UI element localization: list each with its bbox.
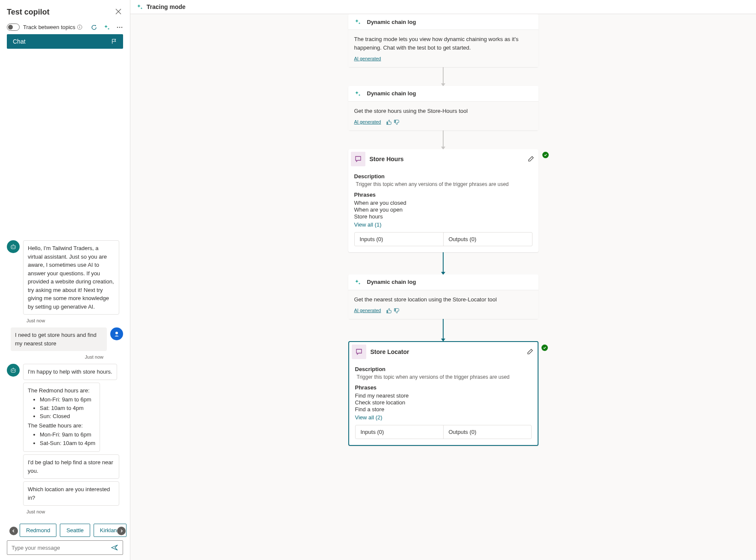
track-toggle[interactable] bbox=[7, 24, 20, 31]
refresh-icon[interactable] bbox=[91, 24, 97, 31]
thumbs-down-icon[interactable] bbox=[394, 308, 400, 314]
chat-input-container bbox=[7, 540, 123, 555]
ai-generated-link[interactable]: AI generated bbox=[354, 118, 381, 126]
phrase-item: Check store location bbox=[355, 399, 532, 406]
more-icon[interactable] bbox=[116, 24, 123, 31]
dynamic-chain-log-card: Dynamic chain log Get the nearest store … bbox=[348, 274, 538, 319]
topic-title: Store Hours bbox=[370, 156, 523, 162]
svg-point-1 bbox=[79, 26, 80, 26]
ai-generated-link[interactable]: AI generated bbox=[354, 55, 381, 62]
connector-arrow bbox=[443, 67, 444, 86]
send-icon[interactable] bbox=[111, 544, 118, 551]
bot-avatar bbox=[7, 240, 20, 253]
description-text: Trigger this topic when any versions of … bbox=[357, 374, 532, 380]
chat-tab[interactable]: Chat bbox=[7, 34, 123, 49]
svg-point-4 bbox=[119, 27, 121, 28]
flag-icon bbox=[111, 38, 117, 44]
card-title: Dynamic chain log bbox=[367, 279, 416, 285]
topic-title: Store Locator bbox=[371, 348, 522, 355]
carousel-prev-icon[interactable] bbox=[9, 527, 18, 535]
canvas-header: Tracing mode bbox=[130, 0, 756, 14]
suggestion-chip[interactable]: Seattle bbox=[60, 524, 90, 537]
chat-body: Hello, I'm Tailwind Traders, a virtual a… bbox=[0, 49, 130, 521]
svg-rect-6 bbox=[11, 245, 15, 249]
success-check-icon bbox=[542, 152, 549, 158]
inputs-cell[interactable]: Inputs (0) bbox=[356, 425, 444, 439]
phrase-item: Find a store bbox=[355, 406, 532, 413]
description-text: Trigger this topic when any versions of … bbox=[356, 181, 532, 187]
carousel-next-icon[interactable] bbox=[117, 527, 126, 535]
svg-point-7 bbox=[12, 247, 13, 248]
timestamp: Just now bbox=[7, 354, 103, 360]
topic-card-store-hours[interactable]: Store Hours Description Trigger this top… bbox=[348, 149, 538, 252]
card-title: Dynamic chain log bbox=[367, 19, 416, 25]
track-label: Track between topics bbox=[23, 24, 82, 30]
connector-arrow bbox=[443, 252, 444, 274]
svg-point-5 bbox=[121, 27, 123, 28]
bot-avatar bbox=[7, 364, 20, 377]
bot-message: Hello, I'm Tailwind Traders, a virtual a… bbox=[23, 240, 119, 315]
suggestions-row: Redmond Seattle Kirkland bbox=[0, 521, 130, 540]
thumbs-up-icon[interactable] bbox=[386, 308, 392, 314]
description-label: Description bbox=[354, 173, 532, 180]
sparkle-icon bbox=[354, 90, 361, 97]
dynamic-chain-log-card: Dynamic chain log Get the store hours us… bbox=[348, 86, 538, 130]
svg-rect-11 bbox=[11, 369, 15, 372]
user-avatar bbox=[110, 327, 123, 340]
edit-icon[interactable] bbox=[527, 348, 533, 355]
io-row: Inputs (0) Outputs (0) bbox=[355, 425, 532, 439]
tracing-canvas: Tracing mode Dynamic chain log The traci… bbox=[130, 0, 756, 560]
svg-point-13 bbox=[14, 370, 15, 371]
message-input[interactable] bbox=[12, 545, 111, 551]
topic-chat-icon bbox=[351, 152, 365, 166]
connector-arrow bbox=[443, 130, 444, 149]
connector-arrow bbox=[443, 319, 444, 341]
svg-point-10 bbox=[115, 332, 118, 334]
svg-point-12 bbox=[12, 370, 13, 371]
view-all-link[interactable]: View all (2) bbox=[355, 414, 532, 421]
card-text: The tracing mode lets you view how dynam… bbox=[354, 35, 532, 52]
phrase-item: Find my nearest store bbox=[355, 392, 532, 399]
inputs-cell[interactable]: Inputs (0) bbox=[355, 233, 444, 246]
test-chat-panel: Test copilot Track between topics Chat H… bbox=[0, 0, 130, 560]
timestamp: Just now bbox=[26, 509, 123, 514]
topic-card-store-locator[interactable]: Store Locator Description Trigger this t… bbox=[348, 341, 538, 446]
dynamic-chain-log-card: Dynamic chain log The tracing mode lets … bbox=[348, 14, 538, 67]
bot-message: The Redmond hours are: Mon-Fri: 9am to 6… bbox=[23, 383, 100, 452]
ai-generated-link[interactable]: AI generated bbox=[354, 307, 381, 314]
view-all-link[interactable]: View all (1) bbox=[354, 221, 532, 228]
panel-title: Test copilot bbox=[7, 8, 50, 17]
phrase-item: When are you open bbox=[354, 206, 532, 213]
phrase-item: When are you closed bbox=[354, 200, 532, 206]
sparkle-icon bbox=[354, 279, 361, 286]
card-title: Dynamic chain log bbox=[367, 90, 416, 97]
user-message: I need to get store hours and find my ne… bbox=[11, 327, 107, 351]
suggestion-chip[interactable]: Redmond bbox=[20, 524, 56, 537]
topic-chat-icon bbox=[352, 345, 366, 359]
io-row: Inputs (0) Outputs (0) bbox=[354, 232, 532, 246]
timestamp: Just now bbox=[26, 318, 123, 323]
success-check-icon bbox=[541, 345, 548, 351]
close-icon[interactable] bbox=[114, 6, 123, 18]
sparkle-icon bbox=[354, 18, 361, 25]
outputs-cell[interactable]: Outputs (0) bbox=[444, 425, 531, 439]
sparkle-icon bbox=[136, 3, 143, 10]
bot-message: Which location are you interested in? bbox=[23, 481, 119, 506]
info-icon bbox=[77, 24, 82, 30]
card-text: Get the nearest store location using the… bbox=[354, 295, 532, 304]
phrase-item: Store hours bbox=[354, 213, 532, 220]
card-text: Get the store hours using the Store-Hour… bbox=[354, 107, 532, 115]
svg-rect-2 bbox=[79, 27, 80, 28]
bot-message: I'd be glad to help find a store near yo… bbox=[23, 454, 119, 479]
outputs-cell[interactable]: Outputs (0) bbox=[444, 233, 532, 246]
edit-icon[interactable] bbox=[527, 156, 534, 162]
thumbs-down-icon[interactable] bbox=[394, 119, 400, 125]
thumbs-up-icon[interactable] bbox=[386, 119, 392, 125]
svg-point-3 bbox=[117, 27, 118, 28]
description-label: Description bbox=[355, 366, 532, 372]
phrases-label: Phrases bbox=[354, 192, 532, 198]
phrases-label: Phrases bbox=[355, 384, 532, 391]
svg-point-8 bbox=[14, 247, 15, 248]
bot-message: I'm happy to help with store hours. bbox=[23, 364, 117, 380]
sparkle-icon[interactable] bbox=[103, 24, 110, 31]
